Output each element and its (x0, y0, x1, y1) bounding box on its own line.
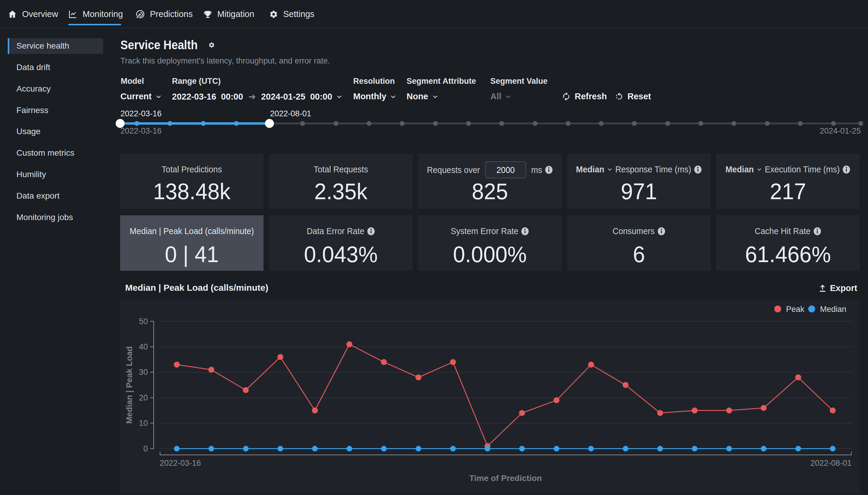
svg-text:50: 50 (139, 317, 148, 326)
svg-text:0: 0 (143, 444, 148, 453)
svg-text:40: 40 (139, 342, 148, 351)
svg-text:Time of Prediction: Time of Prediction (469, 474, 542, 483)
svg-text:2022-08-01: 2022-08-01 (811, 459, 852, 467)
svg-text:Median: Median (820, 305, 847, 314)
svg-text:Median | Peak Load: Median | Peak Load (125, 346, 134, 424)
svg-text:2022-03-16: 2022-03-16 (160, 459, 201, 467)
svg-text:10: 10 (139, 419, 148, 428)
svg-text:30: 30 (139, 368, 148, 377)
svg-text:20: 20 (139, 393, 148, 402)
svg-text:Peak: Peak (786, 305, 804, 314)
